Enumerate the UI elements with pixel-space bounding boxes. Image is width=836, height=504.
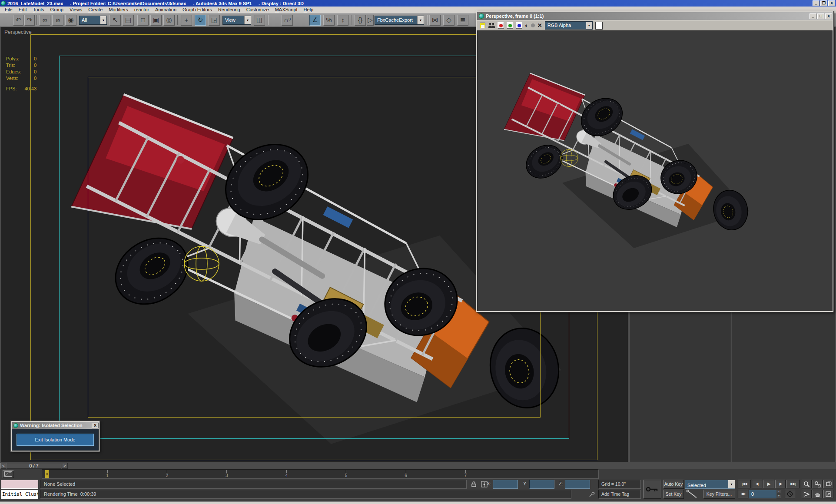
go-to-end-button[interactable]: ▶▶| [786, 480, 800, 488]
selection-lock-icon[interactable] [469, 480, 478, 489]
next-frame-arrow[interactable]: > [62, 463, 68, 469]
maximize-button[interactable]: □ [817, 13, 824, 19]
minimize-button[interactable]: _ [809, 13, 816, 19]
menu-rendering[interactable]: Rendering [215, 7, 243, 13]
menu-customize[interactable]: Customize [243, 7, 272, 13]
named-selection-dropdown[interactable]: FbxCacheExport▼ [375, 16, 424, 25]
select-and-link-icon[interactable]: ∞ [39, 15, 50, 26]
dialog-title-bar[interactable]: Warning: Isolated Selection X [12, 422, 99, 429]
select-and-rotate-icon[interactable]: ↻ [195, 15, 206, 26]
mini-curve-editor-icon[interactable] [3, 470, 14, 478]
reference-coordinate-dropdown[interactable]: View▼ [222, 16, 251, 25]
monochrome-icon[interactable] [531, 23, 535, 27]
track-bar[interactable]: 1234567 0 [0, 469, 836, 479]
menu-group[interactable]: Group [47, 7, 66, 13]
selection-set-dropdown[interactable]: Selected ▼ [685, 480, 735, 489]
track-bar-ticks[interactable]: 1234567 [42, 469, 599, 479]
restore-button[interactable]: ❐ [820, 0, 827, 6]
z-coordinate-field[interactable] [565, 480, 590, 489]
set-key-button[interactable]: Set Key [663, 490, 684, 499]
zoom-icon[interactable] [802, 480, 812, 488]
exit-isolation-mode-button[interactable]: Exit Isolation Mode [17, 434, 94, 446]
time-slider[interactable]: < 0 / 7 > [0, 462, 836, 469]
menu-create[interactable]: Create [85, 7, 106, 13]
previous-frame-arrow[interactable]: < [0, 463, 7, 469]
undo-icon[interactable]: ↶ [13, 15, 23, 26]
clear-icon[interactable]: ✕ [537, 22, 542, 29]
auto-key-button[interactable]: Auto Key [663, 480, 684, 489]
select-by-name-icon[interactable]: ▤ [123, 15, 134, 26]
arc-rotate-maximize-icon[interactable] [823, 490, 833, 498]
menu-help[interactable]: Help [301, 7, 317, 13]
save-image-icon[interactable] [480, 23, 485, 28]
snap-toggle-3d-icon[interactable]: ∩³ [282, 15, 293, 26]
pan-hand-icon[interactable] [813, 490, 823, 498]
key-filters-button[interactable]: Key Filters... [703, 490, 735, 499]
close-button[interactable]: X [828, 0, 835, 6]
chevron-down-icon[interactable]: ▼ [100, 16, 106, 24]
select-and-scale-icon[interactable]: ◲ [209, 15, 220, 26]
track-bar-frame-marker[interactable]: 0 [45, 470, 49, 478]
field-of-view-icon[interactable] [802, 490, 812, 498]
use-pivot-point-center-icon[interactable]: ◫ [254, 15, 265, 26]
menu-reactor[interactable]: reactor [131, 7, 152, 13]
bind-to-space-warp-icon[interactable]: ◉ [65, 15, 76, 26]
spinner-snap-toggle-icon[interactable]: ↕ [337, 15, 348, 26]
x-coordinate-field[interactable] [493, 480, 518, 489]
zoom-all-icon[interactable] [813, 480, 823, 488]
isolation-warning-dialog[interactable]: Warning: Isolated Selection X Exit Isola… [10, 421, 100, 452]
menu-views[interactable]: Views [66, 7, 85, 13]
rectangular-selection-region-icon[interactable]: □ [137, 15, 149, 26]
menu-edit[interactable]: Edit [16, 7, 30, 13]
menu-file[interactable]: File [2, 7, 16, 13]
play-button[interactable]: ▶ [763, 480, 774, 488]
green-channel-icon[interactable] [507, 22, 513, 29]
set-keys-button[interactable] [643, 480, 661, 499]
go-to-start-button[interactable]: |◀◀ [738, 480, 751, 488]
menu-graph-editors[interactable]: Graph Editors [179, 7, 215, 13]
maxscript-mini-listener-macro[interactable] [1, 480, 38, 489]
rendered-frame-window[interactable]: Perspective, frame 0 (1:1) _ □ X ◐ ✕ RGB… [476, 11, 834, 312]
align-icon[interactable]: ◇ [443, 15, 454, 26]
alpha-channel-icon[interactable]: ◐ [525, 23, 528, 28]
title-bar[interactable]: 2016_LateModel_23.max - Project Folder: … [0, 0, 836, 7]
close-button[interactable]: X [825, 13, 832, 19]
angle-snap-toggle-icon[interactable]: ∠ [309, 15, 321, 26]
mirror-icon[interactable]: ⋈ [429, 15, 441, 26]
select-and-move-icon[interactable]: + [181, 15, 192, 26]
zoom-extents-icon[interactable] [823, 480, 833, 488]
percent-snap-toggle-icon[interactable]: % [323, 15, 335, 26]
selection-filter-dropdown[interactable]: All▼ [79, 16, 107, 25]
current-frame-field[interactable]: 0 [749, 490, 776, 498]
time-configuration-icon[interactable] [785, 490, 795, 498]
clone-window-icon[interactable] [488, 23, 495, 28]
blue-channel-icon[interactable] [516, 22, 522, 29]
previous-frame-button[interactable]: ◀| [752, 480, 762, 488]
y-coordinate-field[interactable] [529, 480, 554, 489]
menu-modifiers[interactable]: Modifiers [106, 7, 131, 13]
time-slider-handle[interactable]: 0 / 7 [7, 463, 61, 469]
minimize-button[interactable]: _ [813, 0, 819, 6]
channel-display-dropdown[interactable]: RGB Alpha ▼ [545, 21, 593, 30]
edit-named-selections-icon[interactable]: {} [355, 15, 366, 26]
layer-manager-icon[interactable]: ≣ [457, 15, 468, 26]
menu-tools[interactable]: Tools [30, 7, 47, 13]
menu-animation[interactable]: Animation [152, 7, 179, 13]
circular-selection-icon[interactable]: ◎ [163, 15, 175, 26]
communicator-icon[interactable] [587, 490, 596, 499]
close-icon[interactable]: X [92, 423, 99, 428]
chevron-down-icon[interactable]: ▼ [244, 16, 251, 24]
chevron-down-icon[interactable]: ▼ [417, 16, 424, 24]
red-channel-icon[interactable] [498, 22, 504, 29]
menu-maxscript[interactable]: MAXScript [272, 7, 301, 13]
background-color-swatch[interactable] [595, 22, 603, 30]
next-frame-button[interactable]: |▶ [775, 480, 786, 488]
viewport-label[interactable]: Perspective [4, 29, 32, 35]
crossing-selection-icon[interactable]: ▣ [150, 15, 162, 26]
redo-icon[interactable]: ↷ [24, 15, 35, 26]
frame-spinner[interactable]: ▲▼ [776, 490, 781, 498]
unlink-selection-icon[interactable]: ⌀ [52, 15, 63, 26]
render-window-title-bar[interactable]: Perspective, frame 0 (1:1) _ □ X [477, 12, 833, 20]
select-object-icon[interactable]: ↖ [109, 15, 121, 26]
key-mode-toggle-button[interactable]: ◀▶ [738, 490, 748, 498]
